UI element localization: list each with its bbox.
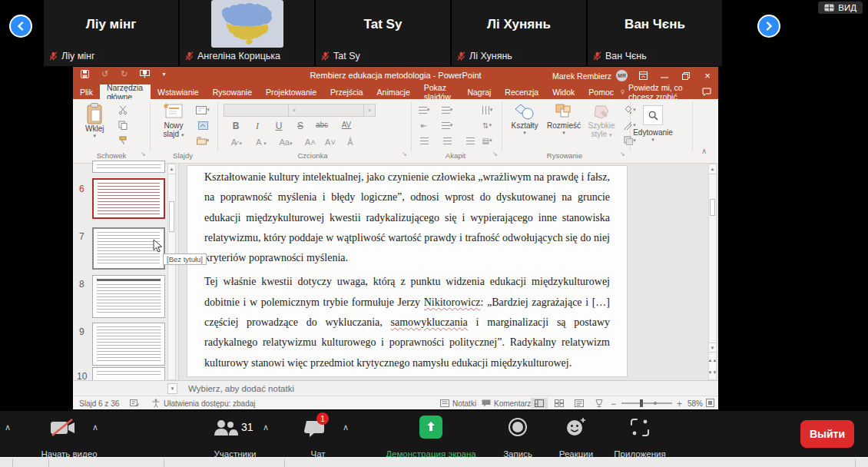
slide-sorter-view-button[interactable] bbox=[551, 398, 568, 409]
tab-projektowanie[interactable]: Projektowanie bbox=[259, 84, 323, 99]
record-icon[interactable] bbox=[508, 417, 528, 437]
tab-pokaz-slajdow[interactable]: Pokaz slajdów bbox=[417, 84, 461, 99]
apps-icon[interactable] bbox=[630, 418, 650, 437]
audio-options-caret[interactable]: ∧ bbox=[5, 422, 11, 432]
collapse-ribbon-icon[interactable]: ∧ bbox=[701, 147, 707, 155]
paragraph-dialog-launcher[interactable]: ↘ bbox=[492, 151, 498, 157]
increase-indent-icon[interactable]: ▾ bbox=[440, 119, 454, 131]
tab-pomoc[interactable]: Pomoc bbox=[581, 84, 621, 99]
account-name[interactable]: Marek Rembierz bbox=[552, 71, 611, 81]
close-button[interactable]: × bbox=[697, 67, 718, 84]
tab-plik[interactable]: Plik bbox=[73, 84, 100, 99]
tab-animacje[interactable]: Animacje bbox=[370, 84, 417, 99]
scrollbar-thumb[interactable] bbox=[169, 201, 174, 232]
chat-label[interactable]: Чат bbox=[310, 449, 325, 457]
copy-icon[interactable] bbox=[116, 119, 130, 131]
align-center-icon[interactable] bbox=[440, 134, 454, 147]
quick-styles-button[interactable]: Szybkie style ▾ bbox=[583, 103, 620, 138]
reset-slide-icon[interactable] bbox=[196, 119, 210, 131]
previous-slide-button[interactable]: ▲▲ bbox=[709, 355, 716, 365]
decrease-indent-icon[interactable]: ⇤ bbox=[417, 119, 431, 131]
next-slide-button[interactable]: ▼▼ bbox=[709, 367, 716, 377]
bold-button[interactable]: B bbox=[227, 121, 245, 131]
zoom-level[interactable]: 58% bbox=[687, 399, 703, 408]
align-text-icon[interactable]: ⇅▾ bbox=[480, 119, 494, 131]
thumbnail-scrollbar[interactable]: ▲ bbox=[167, 164, 176, 380]
tab-widok[interactable]: Widok bbox=[545, 84, 581, 99]
tab-narzedzia-glowne[interactable]: Narzędzia główne bbox=[100, 84, 151, 99]
bullets-icon[interactable]: ▾ bbox=[417, 104, 431, 116]
zoom-out-button[interactable]: − bbox=[611, 399, 616, 409]
slide-layout-icon[interactable]: ▾ bbox=[196, 104, 210, 116]
participant-tile[interactable]: Ангеліна Корицька bbox=[180, 0, 314, 66]
comments-toggle[interactable]: Komentarze bbox=[494, 399, 535, 408]
font-color-button[interactable]: A ▾ bbox=[251, 137, 271, 147]
comments-icon[interactable] bbox=[695, 84, 718, 99]
italic-button[interactable]: I bbox=[248, 121, 267, 132]
text-direction-icon[interactable]: ▾ bbox=[480, 104, 494, 116]
reading-view-button[interactable] bbox=[571, 398, 588, 409]
paste-dropdown-arrow[interactable]: ▾ bbox=[93, 133, 96, 139]
thumbnail-scroll-down-button[interactable]: ▼ bbox=[167, 383, 177, 394]
clear-formatting-button[interactable]: A̽ bbox=[340, 137, 360, 147]
scroll-down-icon[interactable]: ▼ bbox=[709, 343, 716, 353]
slide-thumbnail[interactable] bbox=[92, 275, 165, 318]
grow-font-button[interactable]: A˄ bbox=[300, 137, 320, 147]
arrange-button[interactable]: Rozmieść ▾ bbox=[545, 103, 583, 136]
participant-tile[interactable]: Ван Чєнь Ван Чєнь bbox=[588, 0, 722, 66]
scrollbar-thumb[interactable] bbox=[710, 199, 715, 216]
drawing-dialog-launcher[interactable]: ↘ bbox=[620, 151, 625, 157]
participants-label[interactable]: Участники bbox=[214, 449, 257, 457]
editing-search-button[interactable] bbox=[643, 105, 663, 125]
slide-scrollbar[interactable]: ▲ ▼ ▲▲ ▼▼ bbox=[708, 164, 717, 380]
start-video-label[interactable]: Начать видео bbox=[41, 449, 97, 457]
clipboard-dialog-launcher[interactable]: ↘ bbox=[141, 151, 146, 157]
normal-view-button[interactable] bbox=[531, 398, 548, 409]
participant-tile[interactable]: Лі Хунянь Лі Хунянь bbox=[452, 0, 586, 66]
accessibility-status[interactable]: Ułatwienia dostępu: zbadaj bbox=[164, 399, 256, 408]
tab-rysowanie[interactable]: Rysowanie bbox=[206, 84, 259, 99]
account-avatar[interactable]: MR bbox=[616, 70, 628, 81]
video-options-caret[interactable]: ∧ bbox=[92, 422, 98, 432]
tab-wstawianie[interactable]: Wstawianie bbox=[151, 84, 206, 99]
editing-button[interactable]: Edytowanie ▾ bbox=[634, 128, 672, 143]
spellcheck-icon[interactable] bbox=[130, 399, 139, 407]
tab-nagraj[interactable]: Nagraj bbox=[460, 84, 498, 99]
notes-toggle[interactable]: Notatki bbox=[452, 399, 476, 408]
scroll-up-icon[interactable]: ▲ bbox=[709, 164, 716, 174]
next-participants-button[interactable] bbox=[757, 15, 780, 38]
character-spacing-button[interactable]: AV bbox=[337, 121, 356, 129]
cut-icon[interactable] bbox=[116, 104, 130, 116]
shadow-button[interactable]: abc bbox=[313, 121, 331, 129]
apps-label[interactable]: Приложения bbox=[614, 449, 665, 457]
start-video-icon[interactable] bbox=[49, 419, 77, 437]
slide-thumbnail-partial[interactable] bbox=[92, 367, 165, 380]
participants-icon[interactable] bbox=[212, 419, 238, 437]
underline-button[interactable]: U bbox=[270, 121, 288, 131]
slide-counter[interactable]: Slajd 6 z 36 bbox=[79, 399, 119, 408]
tab-przejscia[interactable]: Przejścia bbox=[323, 84, 370, 99]
tell-me-box[interactable]: Powiedz mi, co chcesz zrobić bbox=[621, 84, 695, 99]
notes-pane[interactable]: ▼ Wybierz, aby dodać notatki bbox=[73, 380, 718, 396]
accessibility-icon[interactable] bbox=[151, 399, 161, 408]
participants-options-caret[interactable]: ∧ bbox=[263, 422, 269, 432]
text-highlight-button[interactable]: A̷ ▾ bbox=[227, 137, 247, 147]
share-screen-label[interactable]: Демонстрация экрана bbox=[386, 449, 476, 457]
shrink-font-button[interactable]: A˅ bbox=[320, 137, 340, 147]
tab-recenzja[interactable]: Recenzja bbox=[498, 84, 545, 99]
columns-icon[interactable]: ▤▾ bbox=[480, 134, 494, 147]
reactions-icon[interactable] bbox=[565, 417, 587, 437]
align-left-icon[interactable] bbox=[417, 134, 431, 147]
view-button[interactable]: ВИД bbox=[818, 2, 863, 14]
zoom-slider-handle[interactable] bbox=[640, 399, 643, 407]
participant-tile[interactable]: Ліу мінг Ліу мінг bbox=[44, 0, 178, 66]
participant-tile[interactable]: Tat Sy Tat Sy bbox=[316, 0, 450, 66]
paste-button[interactable]: Wklej ▾ bbox=[85, 103, 104, 139]
slide-thumbnail-partial[interactable] bbox=[92, 161, 165, 173]
record-label[interactable]: Запись bbox=[503, 449, 532, 457]
strikethrough-button[interactable]: S bbox=[291, 121, 310, 131]
justify-icon[interactable] bbox=[463, 134, 477, 147]
slide-thumbnail[interactable] bbox=[92, 323, 165, 366]
zoom-slider-track[interactable] bbox=[621, 402, 672, 404]
font-dialog-launcher[interactable]: ↘ bbox=[402, 151, 407, 157]
